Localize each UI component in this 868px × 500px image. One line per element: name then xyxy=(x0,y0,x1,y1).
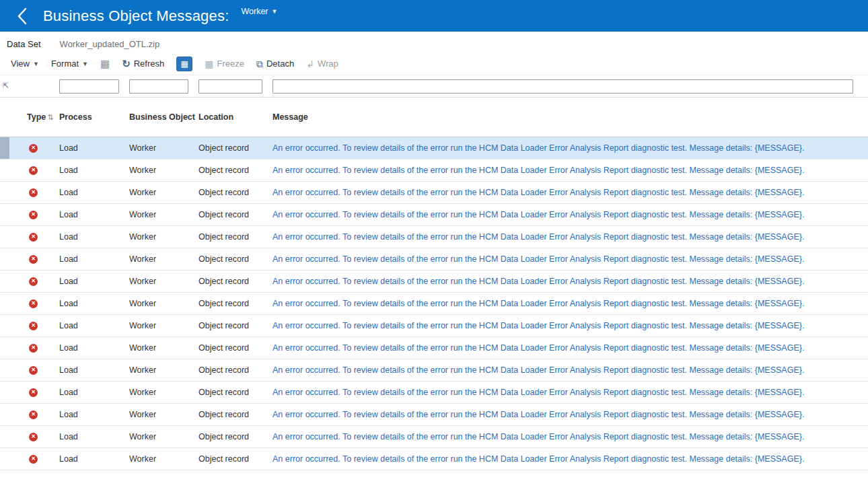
filter-business-object-input[interactable] xyxy=(129,79,188,94)
table-row[interactable]: Load Worker Object record An error occur… xyxy=(0,226,868,248)
row-selector-cell[interactable] xyxy=(0,182,9,203)
filter-process-input[interactable] xyxy=(59,79,119,94)
table-row[interactable]: Load Worker Object record An error occur… xyxy=(0,248,868,271)
process-cell: Load xyxy=(57,210,127,219)
row-selector-cell[interactable] xyxy=(0,248,9,270)
table-row[interactable]: Load Worker Object record An error occur… xyxy=(0,426,868,448)
column-header-message[interactable]: Message xyxy=(270,112,868,122)
query-by-example-button[interactable]: ▦ xyxy=(176,57,192,71)
filter-message-input[interactable] xyxy=(273,79,853,94)
message-link[interactable]: An error occurred. To review details of … xyxy=(270,188,868,197)
error-icon xyxy=(29,211,38,219)
table-row[interactable]: Load Worker Object record An error occur… xyxy=(0,204,868,226)
row-selector-cell[interactable] xyxy=(0,271,9,292)
message-link[interactable]: An error occurred. To review details of … xyxy=(270,454,868,464)
table-row[interactable]: Load Worker Object record An error occur… xyxy=(0,337,868,359)
freeze-label: Freeze xyxy=(217,59,244,69)
message-link[interactable]: An error occurred. To review details of … xyxy=(270,232,868,242)
wrap-button[interactable]: ↲ Wrap xyxy=(306,59,338,69)
table-row[interactable]: Load Worker Object record An error occur… xyxy=(0,448,868,470)
business-object-cell: Worker xyxy=(127,254,196,264)
type-cell xyxy=(9,255,57,264)
location-cell: Object record xyxy=(196,299,270,308)
message-link[interactable]: An error occurred. To review details of … xyxy=(270,388,868,397)
process-cell: Load xyxy=(57,410,127,419)
table-row[interactable]: Load Worker Object record An error occur… xyxy=(0,271,868,293)
type-cell xyxy=(9,344,57,353)
message-link[interactable]: An error occurred. To review details of … xyxy=(270,277,868,286)
row-selector-cell[interactable] xyxy=(0,448,9,470)
location-cell: Object record xyxy=(196,365,270,375)
business-object-selector[interactable]: Worker ▼ xyxy=(241,7,277,16)
message-link[interactable]: An error occurred. To review details of … xyxy=(270,299,868,308)
type-cell xyxy=(9,299,57,308)
location-cell: Object record xyxy=(196,210,270,219)
detach-button[interactable]: ⧉ Detach xyxy=(256,59,294,69)
message-link[interactable]: An error occurred. To review details of … xyxy=(270,432,868,441)
location-cell: Object record xyxy=(196,388,270,397)
business-object-cell: Worker xyxy=(127,299,196,308)
message-link[interactable]: An error occurred. To review details of … xyxy=(270,410,868,419)
row-selector-cell[interactable] xyxy=(0,404,9,425)
select-all-corner-icon[interactable]: ⇱ xyxy=(3,82,9,90)
location-cell: Object record xyxy=(196,254,270,264)
export-to-excel-icon[interactable]: ▦ xyxy=(100,59,110,69)
business-object-cell: Worker xyxy=(127,432,196,441)
error-icon xyxy=(29,188,38,197)
dataset-label: Data Set xyxy=(7,39,41,49)
row-selector-cell[interactable] xyxy=(0,426,9,448)
type-cell xyxy=(9,211,57,219)
sort-icon[interactable]: ⇅ xyxy=(47,113,53,122)
business-object-selector-label: Worker xyxy=(241,7,268,16)
table-row[interactable]: Load Worker Object record An error occur… xyxy=(0,293,868,315)
row-selector-cell[interactable] xyxy=(0,359,9,381)
row-selector-cell[interactable] xyxy=(0,137,9,159)
message-link[interactable]: An error occurred. To review details of … xyxy=(270,254,868,264)
row-selector-cell[interactable] xyxy=(0,204,9,225)
message-link[interactable]: An error occurred. To review details of … xyxy=(270,210,868,219)
row-selector-cell[interactable] xyxy=(0,337,9,359)
business-object-cell: Worker xyxy=(127,188,196,197)
process-cell: Load xyxy=(57,454,127,464)
format-menu-button[interactable]: Format ▼ xyxy=(51,59,88,69)
refresh-button[interactable]: ↻ Refresh xyxy=(122,59,164,69)
column-header-business-object[interactable]: Business Object xyxy=(127,112,196,122)
column-header-process[interactable]: Process xyxy=(57,112,127,122)
business-object-cell: Worker xyxy=(127,365,196,375)
location-cell: Object record xyxy=(196,410,270,419)
refresh-label: Refresh xyxy=(134,59,165,69)
filter-location-input[interactable] xyxy=(198,79,262,94)
table-row[interactable]: Load Worker Object record An error occur… xyxy=(0,182,868,204)
freeze-button[interactable]: ▦ Freeze xyxy=(205,59,244,69)
table-row[interactable]: Load Worker Object record An error occur… xyxy=(0,404,868,426)
table-row[interactable]: Load Worker Object record An error occur… xyxy=(0,359,868,382)
row-selector-cell[interactable] xyxy=(0,315,9,336)
process-cell: Load xyxy=(57,143,127,153)
message-link[interactable]: An error occurred. To review details of … xyxy=(270,365,868,375)
row-selector-cell[interactable] xyxy=(0,159,9,181)
table-row[interactable]: Load Worker Object record An error occur… xyxy=(0,382,868,404)
toolbar: View ▼ Format ▼ ▦ ↻ Refresh ▦ ▦ Freeze ⧉… xyxy=(0,52,868,75)
view-menu-button[interactable]: View ▼ xyxy=(11,59,39,69)
message-link[interactable]: An error occurred. To review details of … xyxy=(270,166,868,175)
row-selector-cell[interactable] xyxy=(0,382,9,403)
error-icon xyxy=(29,255,38,264)
row-selector-cell[interactable] xyxy=(0,226,9,248)
type-cell xyxy=(9,433,57,441)
column-header-location[interactable]: Location xyxy=(196,112,270,122)
table-row[interactable]: Load Worker Object record An error occur… xyxy=(0,159,868,182)
business-object-cell: Worker xyxy=(127,388,196,397)
table-row[interactable]: Load Worker Object record An error occur… xyxy=(0,137,868,159)
message-link[interactable]: An error occurred. To review details of … xyxy=(270,343,868,353)
back-button[interactable] xyxy=(11,5,34,28)
message-link[interactable]: An error occurred. To review details of … xyxy=(270,143,868,153)
chevron-down-icon: ▼ xyxy=(272,8,278,15)
process-cell: Load xyxy=(57,188,127,197)
message-link[interactable]: An error occurred. To review details of … xyxy=(270,321,868,330)
table-row[interactable]: Load Worker Object record An error occur… xyxy=(0,315,868,337)
type-cell xyxy=(9,144,57,153)
column-header-type[interactable]: Type ⇅ xyxy=(9,112,57,122)
location-cell: Object record xyxy=(196,321,270,330)
type-cell xyxy=(9,188,57,197)
row-selector-cell[interactable] xyxy=(0,293,9,314)
